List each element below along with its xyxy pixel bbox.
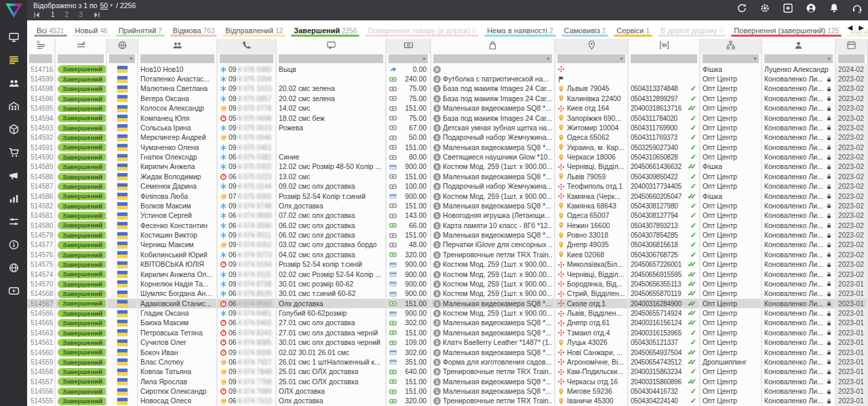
sidebar-item-products[interactable]: [0, 119, 27, 142]
filter-city[interactable]: ▼: [557, 54, 625, 63]
tab-0[interactable]: Всі4521: [31, 20, 70, 39]
last-page-icon[interactable]: [93, 12, 100, 18]
table-row[interactable]: 514592ЗавершенийМерклингер Андрей094 075…: [27, 133, 868, 143]
table-row[interactable]: 514557ЗавершенийЛила Ярослав094 074 7768…: [27, 377, 868, 386]
table-row[interactable]: 514596ЗавершенийВегера Оксана094 075 085…: [27, 94, 868, 103]
tab-3[interactable]: Відмова763: [167, 20, 220, 39]
filter-phone[interactable]: [220, 54, 273, 63]
sidebar-item-orders[interactable]: [0, 50, 27, 73]
tab-10[interactable]: В дорозі додому0: [655, 20, 728, 39]
table-row[interactable]: 514577ЗавершенийЧерниш Максим094 074 935…: [27, 240, 868, 250]
table-row[interactable]: 514558ЗавершенийКовпак Татьяна094 074 78…: [27, 367, 868, 377]
table-row[interactable]: 514555ЗавершенийНовосад Олеся064 074 761…: [27, 396, 868, 406]
column-header-comment[interactable]: [277, 39, 387, 64]
tab-11[interactable]: Повернення (завершений)125: [728, 20, 844, 39]
table-row[interactable]: 514716ЗавершенийНов10 Нов10094 076 0360В…: [27, 64, 868, 74]
column-header-id[interactable]: ID: [27, 39, 56, 64]
tab-8[interactable]: Самовивіз2: [559, 20, 612, 39]
first-page-icon[interactable]: [33, 12, 41, 18]
table-row[interactable]: 514559ЗавершенийВлас Слотюу064 074 79272…: [27, 357, 868, 367]
column-header-status[interactable]: [56, 39, 107, 64]
page-number[interactable]: 1: [51, 11, 55, 18]
table-row[interactable]: 514580ЗавершенийФесенко Константин064 07…: [27, 221, 868, 230]
sidebar-item-video-help[interactable]: [0, 280, 27, 303]
table-row[interactable]: 514586ЗавершенийФіліпова Люба074 075 006…: [27, 191, 868, 201]
filter-status[interactable]: [58, 54, 104, 63]
filter-id[interactable]: [29, 54, 52, 63]
table-row[interactable]: 514566ЗавершенийГладик Оксана094 074 848…: [27, 308, 868, 318]
table-row[interactable]: 514574ЗавершенийКирилич Анжела Ол...094 …: [27, 270, 868, 279]
page-size-dropdown[interactable]: 50▼: [100, 1, 113, 10]
table-row[interactable]: 514599ЗавершенийПотапенко Анастас...094 …: [27, 74, 868, 84]
column-header-name[interactable]: [138, 39, 218, 64]
page-number[interactable]: 2: [65, 11, 69, 18]
column-header-phone[interactable]: [218, 39, 277, 64]
notifications-button[interactable]: [829, 3, 840, 14]
account-button[interactable]: [806, 3, 816, 14]
tab-5[interactable]: Завершений2256: [288, 20, 362, 39]
table-row[interactable]: 514575ЗавершенийКВІТОВСЬКА ЮЛІЯ094 074 9…: [27, 260, 868, 270]
table-row[interactable]: 514582ЗавершенийВолков Максим094 074 974…: [27, 201, 868, 210]
table-row[interactable]: 514565ЗавершенийБаюка Максим064 074 8402…: [27, 318, 868, 328]
table-row[interactable]: 514563ЗавершенийПетровська Тетяна064 074…: [27, 328, 868, 337]
tab-7[interactable]: Нема в наявності2: [481, 20, 558, 39]
table-row[interactable]: 514598ЗавершенийМалютина Светлана094 075…: [27, 84, 868, 94]
tab-9[interactable]: Сервіси1: [611, 20, 655, 39]
column-header-date[interactable]: [836, 39, 868, 64]
column-header-price[interactable]: ▼: [387, 39, 431, 64]
filter-country[interactable]: ▼: [109, 54, 135, 63]
filter-name[interactable]: [140, 54, 214, 63]
tabs-scroll-left-icon[interactable]: ◀: [848, 24, 853, 31]
table-row[interactable]: 514591ЗавершенийЧумаченко Олена094 075 0…: [27, 143, 868, 152]
filter-user[interactable]: ▼: [764, 54, 833, 63]
filter-date[interactable]: [838, 54, 865, 63]
tab-1[interactable]: Новый46: [70, 20, 113, 39]
table-row[interactable]: 514576ЗавершенийКобилинський Юрий064 074…: [27, 250, 868, 259]
sidebar-item-purchases[interactable]: [0, 142, 27, 165]
table-row[interactable]: 514568ЗавершенийШумляс Богдана Ан...064 …: [27, 289, 868, 299]
column-header-product[interactable]: ▼: [431, 39, 555, 64]
column-header-dept[interactable]: ▼: [701, 39, 762, 64]
table-row[interactable]: 514587ЗавершенийСеменюк Дарина094 075 01…: [27, 182, 868, 191]
table-row[interactable]: 514561ЗавершенийСучилов Олег064 074 8085…: [27, 338, 868, 348]
table-row[interactable]: 514570ЗавершенийКорнелюк Надія Та...094 …: [27, 279, 868, 289]
filter-product[interactable]: ▼: [433, 54, 552, 63]
sidebar-item-integrations[interactable]: [0, 211, 27, 234]
table-row[interactable]: 514579ЗавершенийКостишин Виктор094 074 9…: [27, 230, 868, 240]
filter-ttn[interactable]: [631, 54, 697, 63]
filter-dept[interactable]: ▼: [703, 54, 759, 63]
table-row[interactable]: 514581ЗавершенийУстинов Сергей064 074 96…: [27, 211, 868, 221]
tab-4[interactable]: Відправлений12: [220, 20, 288, 39]
filter-comment[interactable]: [279, 54, 383, 63]
tabs-scroll-right-icon[interactable]: ▶: [859, 24, 864, 31]
sidebar-item-warehouse[interactable]: [0, 96, 27, 119]
sidebar-item-campaigns[interactable]: [0, 165, 27, 188]
column-header-user[interactable]: ▼: [762, 39, 836, 64]
table-row[interactable]: 514590ЗавершенийГнатюк Олексндр064 075 0…: [27, 152, 868, 162]
tab-2[interactable]: Прийнятий7: [113, 20, 167, 39]
table-row[interactable]: 514556ЗавершенийСиротюк Олександр094 074…: [27, 386, 868, 396]
column-header-city[interactable]: ▼: [555, 39, 629, 64]
filter-price[interactable]: ▼: [389, 54, 428, 63]
page-number[interactable]: 3: [79, 11, 83, 18]
column-header-ttn[interactable]: [629, 39, 701, 64]
table-row[interactable]: 514595ЗавершенийКолосок Александр094 075…: [27, 104, 868, 113]
table-row[interactable]: 514593ЗавершенийСольська Ірина094 075 06…: [27, 123, 868, 132]
sidebar-item-dashboard[interactable]: [0, 26, 27, 50]
table-row[interactable]: 514567ЗавершенийАдамовский Станис...064 …: [27, 299, 868, 308]
table-row[interactable]: 514589ЗавершенийКирилич Анжела094 075 03…: [27, 162, 868, 172]
support-button[interactable]: [852, 3, 863, 14]
app-logo-icon[interactable]: [5, 2, 23, 21]
sidebar-item-customers[interactable]: [0, 73, 27, 96]
sidebar-item-info[interactable]: [0, 234, 27, 257]
column-header-country[interactable]: ▼: [107, 39, 138, 64]
settings-button[interactable]: [760, 3, 770, 14]
table-row[interactable]: 514560ЗавершенийБокоч Иван094 074 800602…: [27, 348, 868, 357]
sidebar-item-network[interactable]: [0, 257, 27, 280]
sidebar-item-statistics[interactable]: [0, 188, 27, 211]
refresh-button[interactable]: [736, 3, 747, 14]
table-row[interactable]: 514588ЗавершенийЖидак Володимир064 075 0…: [27, 172, 868, 181]
add-order-button[interactable]: [783, 3, 793, 14]
tab-6[interactable]: Повернення товару (в дорозі)0: [362, 20, 481, 39]
table-row[interactable]: 514594ЗавершенийКомпанец Юля054 075 0698…: [27, 113, 868, 123]
